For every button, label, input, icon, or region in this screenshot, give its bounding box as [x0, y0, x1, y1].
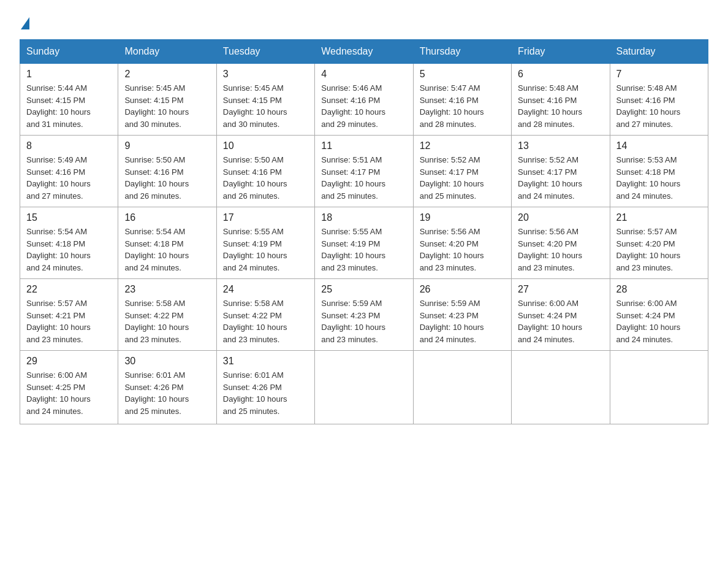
- calendar-cell: [315, 351, 413, 424]
- day-number: 3: [223, 69, 308, 80]
- header-cell-wednesday: Wednesday: [315, 40, 413, 64]
- day-info: Sunrise: 5:54 AMSunset: 4:18 PMDaylight:…: [26, 227, 91, 272]
- day-number: 12: [420, 140, 505, 151]
- calendar-cell: 29 Sunrise: 6:00 AMSunset: 4:25 PMDaylig…: [20, 351, 118, 424]
- calendar-cell: 1 Sunrise: 5:44 AMSunset: 4:15 PMDayligh…: [20, 64, 118, 136]
- calendar-cell: [413, 351, 511, 424]
- week-row: 8 Sunrise: 5:49 AMSunset: 4:16 PMDayligh…: [20, 136, 708, 207]
- calendar-cell: 15 Sunrise: 5:54 AMSunset: 4:18 PMDaylig…: [20, 207, 118, 279]
- header-cell-monday: Monday: [118, 40, 216, 64]
- day-number: 6: [518, 69, 603, 80]
- calendar-cell: 7 Sunrise: 5:48 AMSunset: 4:16 PMDayligh…: [610, 64, 708, 136]
- day-number: 11: [321, 140, 406, 151]
- day-info: Sunrise: 5:55 AMSunset: 4:19 PMDaylight:…: [321, 227, 385, 272]
- day-info: Sunrise: 6:00 AMSunset: 4:25 PMDaylight:…: [26, 370, 91, 416]
- calendar-cell: 16 Sunrise: 5:54 AMSunset: 4:18 PMDaylig…: [118, 207, 216, 279]
- day-info: Sunrise: 5:50 AMSunset: 4:16 PMDaylight:…: [223, 155, 287, 201]
- day-info: Sunrise: 5:50 AMSunset: 4:16 PMDaylight:…: [124, 155, 189, 201]
- calendar-cell: 22 Sunrise: 5:57 AMSunset: 4:21 PMDaylig…: [20, 279, 118, 351]
- calendar-cell: 19 Sunrise: 5:56 AMSunset: 4:20 PMDaylig…: [413, 207, 511, 279]
- day-info: Sunrise: 5:48 AMSunset: 4:16 PMDaylight:…: [616, 83, 681, 129]
- day-info: Sunrise: 5:55 AMSunset: 4:19 PMDaylight:…: [223, 227, 287, 272]
- day-number: 30: [124, 356, 210, 367]
- calendar-cell: 21 Sunrise: 5:57 AMSunset: 4:20 PMDaylig…: [610, 207, 708, 279]
- day-number: 1: [26, 69, 112, 80]
- day-info: Sunrise: 6:01 AMSunset: 4:26 PMDaylight:…: [223, 370, 287, 416]
- calendar-cell: 25 Sunrise: 5:59 AMSunset: 4:23 PMDaylig…: [315, 279, 413, 351]
- day-number: 16: [124, 212, 210, 223]
- header-cell-friday: Friday: [512, 40, 610, 64]
- day-number: 31: [223, 356, 308, 367]
- calendar-cell: [610, 351, 708, 424]
- day-info: Sunrise: 5:54 AMSunset: 4:18 PMDaylight:…: [124, 227, 189, 272]
- day-number: 29: [26, 356, 112, 367]
- day-info: Sunrise: 5:58 AMSunset: 4:22 PMDaylight:…: [124, 299, 189, 344]
- calendar-cell: 8 Sunrise: 5:49 AMSunset: 4:16 PMDayligh…: [20, 136, 118, 207]
- page-header: [20, 15, 708, 27]
- day-info: Sunrise: 5:45 AMSunset: 4:15 PMDaylight:…: [223, 83, 287, 129]
- day-number: 7: [616, 69, 702, 80]
- logo-triangle-icon: [21, 17, 29, 29]
- day-number: 2: [124, 69, 210, 80]
- calendar-cell: 11 Sunrise: 5:51 AMSunset: 4:17 PMDaylig…: [315, 136, 413, 207]
- day-info: Sunrise: 5:49 AMSunset: 4:16 PMDaylight:…: [26, 155, 91, 201]
- calendar-cell: 27 Sunrise: 6:00 AMSunset: 4:24 PMDaylig…: [512, 279, 610, 351]
- day-info: Sunrise: 6:00 AMSunset: 4:24 PMDaylight:…: [616, 299, 681, 344]
- day-info: Sunrise: 5:53 AMSunset: 4:18 PMDaylight:…: [616, 155, 681, 201]
- header-cell-tuesday: Tuesday: [216, 40, 314, 64]
- week-row: 29 Sunrise: 6:00 AMSunset: 4:25 PMDaylig…: [20, 351, 708, 424]
- week-row: 15 Sunrise: 5:54 AMSunset: 4:18 PMDaylig…: [20, 207, 708, 279]
- calendar-cell: 26 Sunrise: 5:59 AMSunset: 4:23 PMDaylig…: [413, 279, 511, 351]
- calendar-cell: 3 Sunrise: 5:45 AMSunset: 4:15 PMDayligh…: [216, 64, 314, 136]
- day-info: Sunrise: 5:52 AMSunset: 4:17 PMDaylight:…: [420, 155, 484, 201]
- calendar-body: 1 Sunrise: 5:44 AMSunset: 4:15 PMDayligh…: [20, 64, 708, 424]
- header-row: SundayMondayTuesdayWednesdayThursdayFrid…: [20, 40, 708, 64]
- day-number: 24: [223, 284, 308, 295]
- day-number: 15: [26, 212, 112, 223]
- calendar-cell: 12 Sunrise: 5:52 AMSunset: 4:17 PMDaylig…: [413, 136, 511, 207]
- day-number: 19: [420, 212, 505, 223]
- day-info: Sunrise: 6:00 AMSunset: 4:24 PMDaylight:…: [518, 299, 582, 344]
- day-info: Sunrise: 5:52 AMSunset: 4:17 PMDaylight:…: [518, 155, 582, 201]
- calendar-cell: 20 Sunrise: 5:56 AMSunset: 4:20 PMDaylig…: [512, 207, 610, 279]
- day-number: 4: [321, 69, 406, 80]
- calendar-cell: 17 Sunrise: 5:55 AMSunset: 4:19 PMDaylig…: [216, 207, 314, 279]
- header-cell-sunday: Sunday: [20, 40, 118, 64]
- calendar-cell: [512, 351, 610, 424]
- day-number: 28: [616, 284, 702, 295]
- day-number: 22: [26, 284, 112, 295]
- calendar-cell: 2 Sunrise: 5:45 AMSunset: 4:15 PMDayligh…: [118, 64, 216, 136]
- calendar-cell: 6 Sunrise: 5:48 AMSunset: 4:16 PMDayligh…: [512, 64, 610, 136]
- calendar-cell: 23 Sunrise: 5:58 AMSunset: 4:22 PMDaylig…: [118, 279, 216, 351]
- day-info: Sunrise: 5:46 AMSunset: 4:16 PMDaylight:…: [321, 83, 385, 129]
- calendar-header: SundayMondayTuesdayWednesdayThursdayFrid…: [20, 40, 708, 64]
- day-number: 14: [616, 140, 702, 151]
- calendar-cell: 28 Sunrise: 6:00 AMSunset: 4:24 PMDaylig…: [610, 279, 708, 351]
- day-info: Sunrise: 5:48 AMSunset: 4:16 PMDaylight:…: [518, 83, 582, 129]
- day-number: 27: [518, 284, 603, 295]
- day-number: 10: [223, 140, 308, 151]
- day-number: 13: [518, 140, 603, 151]
- calendar-cell: 31 Sunrise: 6:01 AMSunset: 4:26 PMDaylig…: [216, 351, 314, 424]
- day-info: Sunrise: 5:45 AMSunset: 4:15 PMDaylight:…: [124, 83, 189, 129]
- week-row: 22 Sunrise: 5:57 AMSunset: 4:21 PMDaylig…: [20, 279, 708, 351]
- header-cell-saturday: Saturday: [610, 40, 708, 64]
- day-number: 8: [26, 140, 112, 151]
- calendar-cell: 10 Sunrise: 5:50 AMSunset: 4:16 PMDaylig…: [216, 136, 314, 207]
- day-info: Sunrise: 6:01 AMSunset: 4:26 PMDaylight:…: [124, 370, 189, 416]
- day-info: Sunrise: 5:57 AMSunset: 4:21 PMDaylight:…: [26, 299, 91, 344]
- day-info: Sunrise: 5:59 AMSunset: 4:23 PMDaylight:…: [420, 299, 484, 344]
- header-cell-thursday: Thursday: [413, 40, 511, 64]
- calendar-cell: 30 Sunrise: 6:01 AMSunset: 4:26 PMDaylig…: [118, 351, 216, 424]
- day-info: Sunrise: 5:59 AMSunset: 4:23 PMDaylight:…: [321, 299, 385, 344]
- day-number: 9: [124, 140, 210, 151]
- day-info: Sunrise: 5:56 AMSunset: 4:20 PMDaylight:…: [518, 227, 582, 272]
- day-info: Sunrise: 5:44 AMSunset: 4:15 PMDaylight:…: [26, 83, 91, 129]
- calendar-cell: 5 Sunrise: 5:47 AMSunset: 4:16 PMDayligh…: [413, 64, 511, 136]
- day-number: 21: [616, 212, 702, 223]
- day-info: Sunrise: 5:56 AMSunset: 4:20 PMDaylight:…: [420, 227, 484, 272]
- day-number: 23: [124, 284, 210, 295]
- day-number: 25: [321, 284, 406, 295]
- day-number: 26: [420, 284, 505, 295]
- day-info: Sunrise: 5:47 AMSunset: 4:16 PMDaylight:…: [420, 83, 484, 129]
